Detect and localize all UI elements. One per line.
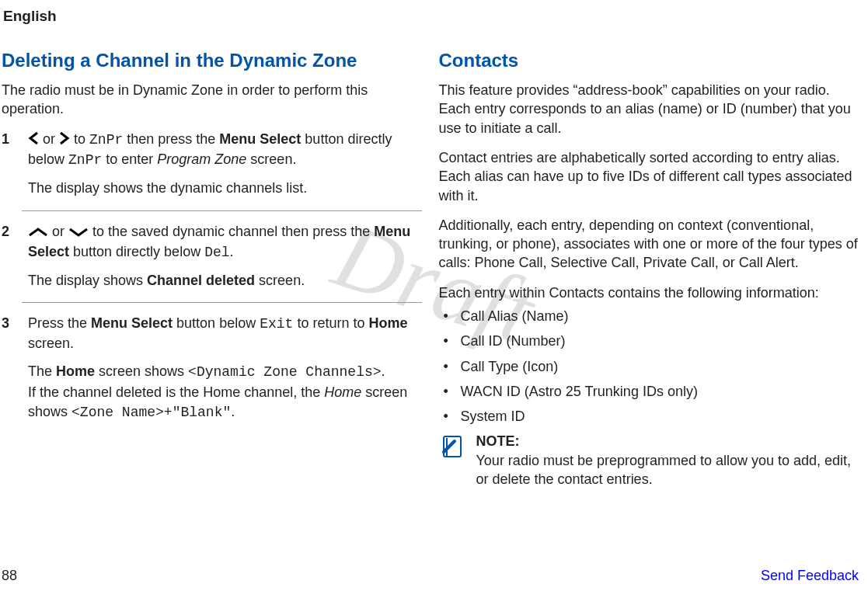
step-3-line-3: If the channel deleted is the Home chann…	[28, 383, 422, 422]
send-feedback-link[interactable]: Send Feedback	[761, 566, 859, 585]
list-item: Call Type (Icon)	[441, 357, 859, 376]
left-arrow-icon	[28, 131, 39, 150]
step-2-line-2: The display shows Channel deleted screen…	[28, 271, 422, 290]
step-3-number: 3	[2, 314, 9, 332]
list-item: Call Alias (Name)	[441, 307, 859, 325]
right-p3: Additionally, each entry, depending on c…	[439, 216, 859, 273]
step-1-line-2: The display shows the dynamic channels l…	[28, 179, 422, 197]
list-item: Call ID (Number)	[441, 332, 859, 350]
up-chevron-icon	[28, 224, 48, 242]
right-p2: Contact entries are alphabetically sorte…	[439, 148, 859, 205]
right-p4: Each entry within Contacts contains the …	[439, 283, 859, 302]
bullet-list: Call Alias (Name) Call ID (Number) Call …	[439, 307, 859, 426]
right-arrow-icon	[59, 131, 70, 150]
page-number: 88	[2, 566, 17, 585]
right-heading: Contacts	[439, 48, 859, 73]
step-2-number: 2	[2, 222, 9, 241]
left-heading: Deleting a Channel in the Dynamic Zone	[2, 48, 422, 73]
left-intro: The radio must be in Dynamic Zone in ord…	[2, 81, 422, 119]
step-1-number: 1	[2, 130, 9, 148]
step-2-line-1: or to the saved dynamic channel then pre…	[28, 222, 422, 262]
step-1-line-1: or to ZnPr then press the Menu Select bu…	[28, 130, 422, 170]
step-1: 1 or to ZnPr then press the Menu Select …	[22, 130, 422, 211]
note-title: NOTE:	[476, 432, 859, 450]
step-2: 2 or to the saved dynamic channel then p…	[22, 222, 422, 304]
down-chevron-icon	[68, 224, 89, 242]
left-column: Deleting a Channel in the Dynamic Zone T…	[2, 48, 422, 489]
note-text: Your radio must be preprogrammed to allo…	[476, 451, 859, 489]
right-p1: This feature provides “address-book” cap…	[439, 81, 859, 137]
note-block: NOTE: Your radio must be preprogrammed t…	[439, 432, 859, 488]
list-item: WACN ID (Astro 25 Trunking IDs only)	[441, 382, 859, 401]
step-3: 3 Press the Menu Select button below Exi…	[22, 314, 422, 433]
note-body: NOTE: Your radio must be preprogrammed t…	[476, 432, 859, 488]
right-column: Contacts This feature provides “address-…	[439, 48, 859, 489]
step-3-line-1: Press the Menu Select button below Exit …	[28, 314, 422, 353]
header-language: English	[3, 6, 859, 26]
note-icon	[439, 433, 465, 464]
list-item: System ID	[441, 407, 859, 426]
step-3-line-2: The Home screen shows <Dynamic Zone Chan…	[28, 362, 422, 381]
